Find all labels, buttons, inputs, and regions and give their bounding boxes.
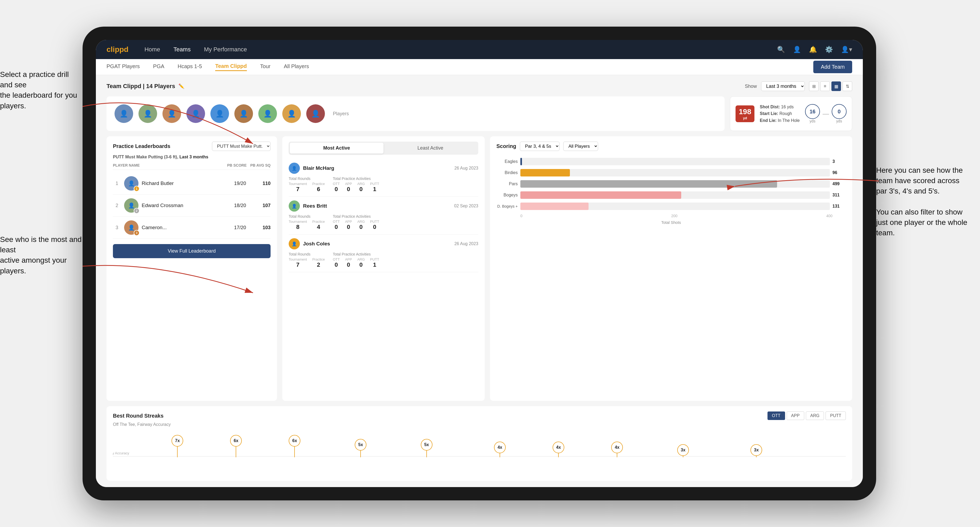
bar-label-birdies: Birdies	[496, 170, 518, 175]
dot-circle-10: 3x	[751, 444, 762, 456]
dot-circle-4: 5x	[355, 439, 366, 451]
nav-links: Home Teams My Performance	[144, 46, 777, 53]
search-icon[interactable]: 🔍	[777, 46, 785, 53]
players-label: Players	[333, 111, 349, 117]
team-header: Team Clippd | 14 Players ✏️ Show Last 3 …	[107, 81, 852, 91]
grid-view-btn[interactable]: ⊞	[809, 81, 819, 91]
bar-track-birdies	[520, 169, 830, 176]
dot-line-2	[236, 447, 236, 457]
show-select[interactable]: Last 3 months Last 6 months Last year	[761, 81, 805, 91]
list-view-btn[interactable]: ≡	[820, 81, 830, 91]
player-avatar-8[interactable]: 👤	[282, 104, 301, 123]
subnav-team-clippd[interactable]: Team Clippd	[215, 63, 247, 71]
activity-stats-1: Total Rounds Tournament 7 Practice 6	[289, 176, 478, 193]
subnav-hcaps[interactable]: Hcaps 1-5	[178, 63, 202, 71]
dot-circle-3: 6x	[289, 435, 301, 447]
tablet-screen: clippd Home Teams My Performance 🔍 👤 🔔 ⚙…	[96, 40, 863, 487]
dot-circle-1: 7x	[172, 435, 183, 447]
player-filter-select[interactable]: All Players	[563, 141, 598, 151]
lb-row-2[interactable]: 2 👤 2 Edward Crossman 18/20 107	[113, 195, 270, 217]
dot-line-6	[500, 453, 500, 457]
lb-avatar-3: 👤 3	[124, 221, 138, 235]
player-avatar-3[interactable]: 👤	[162, 104, 181, 123]
tab-least-active[interactable]: Least Active	[383, 143, 477, 154]
leaderboard-subtitle: PUTT Must Make Putting (3-6 ft), Last 3 …	[113, 155, 270, 159]
activity-date-3: 26 Aug 2023	[454, 241, 478, 246]
subnav-pga[interactable]: PGA	[153, 63, 164, 71]
timeline-area: Fairway Accuracy 7x 6x 6x	[113, 430, 846, 472]
lb-row-3[interactable]: 3 👤 3 Cameron... 17/20 103	[113, 217, 270, 239]
settings-icon[interactable]: ⚙️	[825, 46, 833, 53]
bar-fill-bogeys	[520, 191, 681, 199]
filter-ott[interactable]: OTT	[767, 411, 785, 420]
bar-fill-pars	[520, 180, 777, 187]
add-team-button[interactable]: Add Team	[813, 61, 852, 73]
bar-row-eagles: Eagles 3	[496, 158, 846, 165]
scoring-card: Scoring Par 3, 4 & 5s All Players Eagles	[490, 136, 852, 401]
subnav-all-players[interactable]: All Players	[284, 63, 309, 71]
bar-track-eagles	[520, 158, 830, 165]
three-columns: Practice Leaderboards PUTT Must Make Put…	[107, 136, 852, 401]
filter-putt[interactable]: PUTT	[826, 411, 846, 420]
filter-app[interactable]: APP	[787, 411, 804, 420]
subnav-tour[interactable]: Tour	[260, 63, 270, 71]
nav-link-teams[interactable]: Teams	[173, 46, 191, 53]
shot-info-card: 198 yd Shot Dist: 16 yds Start Lie: Roug…	[730, 96, 852, 131]
stat-total-rounds-3: Total Rounds Tournament 7 Practice 2	[289, 252, 325, 268]
edit-icon[interactable]: ✏️	[178, 83, 184, 89]
streak-dot-8: 4x	[611, 441, 623, 457]
dot-circle-2: 6x	[230, 435, 242, 447]
team-controls: Show Last 3 months Last 6 months Last ye…	[745, 81, 852, 91]
lb-avg-3: 103	[249, 225, 270, 230]
activity-row-2: 👤 Rees Britt 02 Sep 2023 Total Rounds To…	[289, 197, 478, 235]
x-label-0: 0	[520, 214, 522, 218]
sort-btn[interactable]: ⇅	[843, 81, 852, 91]
view-full-leaderboard-button[interactable]: View Full Leaderboard	[113, 244, 270, 258]
lb-score-2: 18/20	[225, 203, 246, 208]
bar-fill-eagles	[520, 158, 522, 165]
streaks-subtitle: Off The Tee, Fairway Accuracy	[113, 422, 846, 427]
dot-circle-7: 4x	[552, 441, 564, 453]
player-avatar-7[interactable]: 👤	[258, 104, 277, 123]
player-avatar-6[interactable]: 👤	[234, 104, 253, 123]
most-active-card: Most Active Least Active 👤 Blair McHarg …	[282, 136, 485, 401]
bar-fill-dbogeys	[520, 203, 589, 210]
tablet-frame: clippd Home Teams My Performance 🔍 👤 🔔 ⚙…	[83, 27, 876, 500]
activity-header-1: 👤 Blair McHarg 26 Aug 2023	[289, 163, 478, 174]
activity-date-2: 02 Sep 2023	[454, 204, 478, 208]
lb-badge-2: 2	[134, 208, 140, 214]
profile-icon[interactable]: 👤▾	[841, 46, 852, 53]
tab-most-active[interactable]: Most Active	[290, 143, 383, 154]
main-content: Team Clippd | 14 Players ✏️ Show Last 3 …	[96, 75, 863, 487]
subnav-pgat-players[interactable]: PGAT Players	[107, 63, 140, 71]
bar-track-pars	[520, 180, 830, 187]
player-avatar-4[interactable]: 👤	[186, 104, 205, 123]
drill-select[interactable]: PUTT Must Make Putt...	[212, 141, 270, 151]
filter-arg[interactable]: ARG	[806, 411, 824, 420]
nav-link-myperformance[interactable]: My Performance	[204, 46, 247, 53]
bar-value-eagles: 3	[832, 159, 846, 164]
lb-name-1: Richard Butler	[142, 181, 221, 186]
players-and-shot-row: 👤 👤 👤 👤 👤 👤 👤 👤 👤 Players 198 y	[107, 96, 852, 131]
par-filter-select[interactable]: Par 3, 4 & 5s	[520, 141, 560, 151]
player-avatar-2[interactable]: 👤	[138, 104, 157, 123]
lb-name-2: Edward Crossman	[142, 203, 221, 208]
player-avatar-5[interactable]: 👤	[210, 104, 229, 123]
x-label-200: 200	[671, 214, 678, 218]
nav-link-home[interactable]: Home	[144, 46, 160, 53]
bell-icon[interactable]: 🔔	[809, 46, 817, 53]
user-icon[interactable]: 👤	[793, 46, 801, 53]
nav-logo: clippd	[107, 45, 128, 54]
lb-row-1[interactable]: 1 👤 1 Richard Butler 19/20 110	[113, 173, 270, 195]
team-title: Team Clippd | 14 Players	[107, 83, 175, 90]
card-view-btn[interactable]: ▦	[831, 81, 841, 91]
activity-name-2: 👤 Rees Britt	[289, 200, 327, 211]
dot-line-10	[756, 456, 757, 457]
player-avatar-9[interactable]: 👤	[306, 104, 325, 123]
show-label: Show	[745, 84, 757, 89]
activity-avatar-2: 👤	[289, 200, 300, 211]
streak-dot-7: 4x	[552, 441, 564, 457]
annotation-left-bottom: See who is the most and least active amo…	[0, 234, 88, 276]
player-avatar-1[interactable]: 👤	[115, 104, 133, 123]
scoring-title: Scoring	[496, 143, 516, 149]
